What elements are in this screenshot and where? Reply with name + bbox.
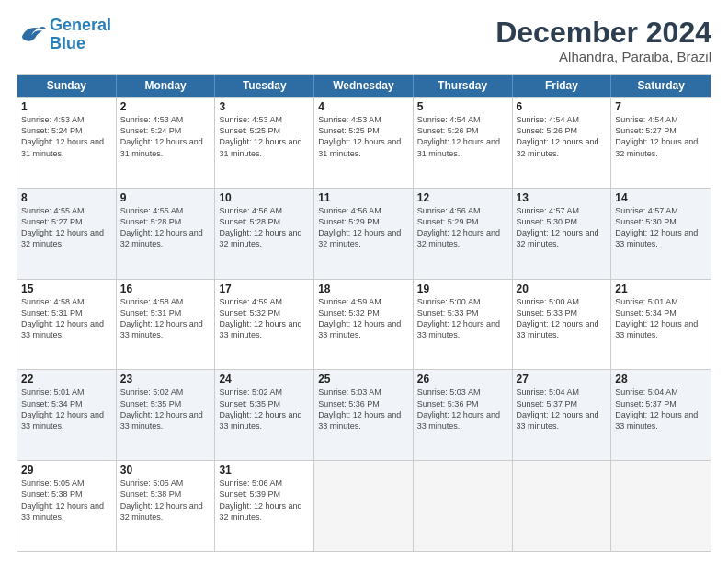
day-number: 19 — [417, 282, 508, 295]
day-number: 26 — [417, 373, 508, 385]
day-number: 4 — [318, 100, 409, 113]
day-info: Sunrise: 5:06 AM Sunset: 5:39 PM Dayligh… — [219, 477, 310, 523]
calendar-cell: 13Sunrise: 4:57 AM Sunset: 5:30 PM Dayli… — [513, 189, 612, 279]
title-section: December 2024 Alhandra, Paraiba, Brazil — [495, 17, 711, 64]
calendar-cell — [314, 461, 414, 551]
day-info: Sunrise: 4:56 AM Sunset: 5:29 PM Dayligh… — [318, 205, 409, 250]
calendar-cell: 3Sunrise: 4:53 AM Sunset: 5:25 PM Daylig… — [215, 98, 314, 188]
day-info: Sunrise: 5:04 AM Sunset: 5:37 PM Dayligh… — [615, 386, 707, 431]
day-number: 16 — [120, 282, 211, 295]
day-number: 28 — [615, 373, 707, 385]
day-info: Sunrise: 4:53 AM Sunset: 5:24 PM Dayligh… — [120, 114, 211, 159]
day-info: Sunrise: 4:58 AM Sunset: 5:31 PM Dayligh… — [21, 296, 112, 341]
day-number: 22 — [21, 373, 112, 385]
calendar-cell: 11Sunrise: 4:56 AM Sunset: 5:29 PM Dayli… — [314, 189, 414, 279]
calendar-header: Sunday Monday Tuesday Wednesday Thursday… — [17, 75, 711, 97]
day-info: Sunrise: 4:54 AM Sunset: 5:27 PM Dayligh… — [615, 114, 707, 159]
header-sunday: Sunday — [17, 75, 117, 97]
calendar-cell: 22Sunrise: 5:01 AM Sunset: 5:34 PM Dayli… — [17, 370, 117, 460]
day-info: Sunrise: 5:03 AM Sunset: 5:36 PM Dayligh… — [318, 386, 409, 431]
day-number: 30 — [120, 464, 211, 477]
calendar-cell: 7Sunrise: 4:54 AM Sunset: 5:27 PM Daylig… — [611, 98, 711, 188]
day-number: 2 — [120, 100, 211, 113]
day-info: Sunrise: 4:57 AM Sunset: 5:30 PM Dayligh… — [615, 205, 707, 250]
calendar-cell — [611, 461, 711, 551]
day-info: Sunrise: 4:58 AM Sunset: 5:31 PM Dayligh… — [120, 296, 211, 341]
logo-icon — [17, 22, 46, 48]
day-info: Sunrise: 4:56 AM Sunset: 5:28 PM Dayligh… — [219, 205, 310, 250]
calendar-cell: 4Sunrise: 4:53 AM Sunset: 5:25 PM Daylig… — [314, 98, 414, 188]
calendar-cell: 17Sunrise: 4:59 AM Sunset: 5:32 PM Dayli… — [215, 280, 314, 370]
day-info: Sunrise: 4:53 AM Sunset: 5:25 PM Dayligh… — [318, 114, 409, 159]
day-number: 9 — [120, 191, 211, 204]
calendar-cell: 30Sunrise: 5:05 AM Sunset: 5:38 PM Dayli… — [117, 461, 216, 551]
calendar-cell — [414, 461, 513, 551]
day-number: 17 — [219, 282, 310, 295]
day-info: Sunrise: 4:53 AM Sunset: 5:24 PM Dayligh… — [21, 114, 112, 159]
day-number: 20 — [517, 282, 608, 295]
calendar-cell: 29Sunrise: 5:05 AM Sunset: 5:38 PM Dayli… — [17, 461, 117, 551]
calendar-cell — [513, 461, 612, 551]
day-number: 14 — [615, 191, 707, 204]
calendar-cell: 20Sunrise: 5:00 AM Sunset: 5:33 PM Dayli… — [513, 280, 612, 370]
calendar-body: 1Sunrise: 4:53 AM Sunset: 5:24 PM Daylig… — [17, 97, 711, 551]
day-number: 15 — [21, 282, 112, 295]
day-number: 24 — [219, 373, 310, 385]
calendar: Sunday Monday Tuesday Wednesday Thursday… — [17, 74, 711, 552]
day-number: 1 — [21, 100, 112, 113]
calendar-cell: 31Sunrise: 5:06 AM Sunset: 5:39 PM Dayli… — [215, 461, 314, 551]
day-info: Sunrise: 4:55 AM Sunset: 5:28 PM Dayligh… — [120, 205, 211, 250]
calendar-cell: 2Sunrise: 4:53 AM Sunset: 5:24 PM Daylig… — [117, 98, 216, 188]
day-number: 13 — [517, 191, 608, 204]
day-number: 27 — [517, 373, 608, 385]
calendar-cell: 25Sunrise: 5:03 AM Sunset: 5:36 PM Dayli… — [314, 370, 414, 460]
logo: General Blue — [17, 17, 111, 53]
day-number: 7 — [615, 100, 707, 113]
calendar-cell: 18Sunrise: 4:59 AM Sunset: 5:32 PM Dayli… — [314, 280, 414, 370]
day-info: Sunrise: 5:05 AM Sunset: 5:38 PM Dayligh… — [21, 477, 112, 523]
calendar-week-1: 1Sunrise: 4:53 AM Sunset: 5:24 PM Daylig… — [17, 97, 711, 188]
day-info: Sunrise: 4:54 AM Sunset: 5:26 PM Dayligh… — [417, 114, 508, 159]
day-info: Sunrise: 5:05 AM Sunset: 5:38 PM Dayligh… — [120, 477, 211, 523]
day-info: Sunrise: 4:54 AM Sunset: 5:26 PM Dayligh… — [517, 114, 608, 159]
day-number: 12 — [417, 191, 508, 204]
header-monday: Monday — [117, 75, 216, 97]
location-subtitle: Alhandra, Paraiba, Brazil — [495, 49, 711, 64]
day-info: Sunrise: 5:00 AM Sunset: 5:33 PM Dayligh… — [417, 296, 508, 341]
day-number: 25 — [318, 373, 409, 385]
day-info: Sunrise: 5:01 AM Sunset: 5:34 PM Dayligh… — [615, 296, 707, 341]
day-info: Sunrise: 4:57 AM Sunset: 5:30 PM Dayligh… — [517, 205, 608, 250]
header-saturday: Saturday — [611, 75, 711, 97]
day-number: 29 — [21, 464, 112, 477]
day-info: Sunrise: 4:59 AM Sunset: 5:32 PM Dayligh… — [219, 296, 310, 341]
day-number: 18 — [318, 282, 409, 295]
day-number: 10 — [219, 191, 310, 204]
calendar-cell: 24Sunrise: 5:02 AM Sunset: 5:35 PM Dayli… — [215, 370, 314, 460]
calendar-cell: 23Sunrise: 5:02 AM Sunset: 5:35 PM Dayli… — [117, 370, 216, 460]
day-number: 8 — [21, 191, 112, 204]
calendar-week-4: 22Sunrise: 5:01 AM Sunset: 5:34 PM Dayli… — [17, 369, 711, 460]
calendar-week-3: 15Sunrise: 4:58 AM Sunset: 5:31 PM Dayli… — [17, 279, 711, 370]
day-info: Sunrise: 5:04 AM Sunset: 5:37 PM Dayligh… — [517, 386, 608, 431]
day-number: 21 — [615, 282, 707, 295]
calendar-cell: 10Sunrise: 4:56 AM Sunset: 5:28 PM Dayli… — [215, 189, 314, 279]
day-info: Sunrise: 5:00 AM Sunset: 5:33 PM Dayligh… — [517, 296, 608, 341]
calendar-cell: 6Sunrise: 4:54 AM Sunset: 5:26 PM Daylig… — [513, 98, 612, 188]
day-info: Sunrise: 4:59 AM Sunset: 5:32 PM Dayligh… — [318, 296, 409, 341]
calendar-cell: 9Sunrise: 4:55 AM Sunset: 5:28 PM Daylig… — [117, 189, 216, 279]
day-number: 5 — [417, 100, 508, 113]
day-info: Sunrise: 5:01 AM Sunset: 5:34 PM Dayligh… — [21, 386, 112, 431]
day-info: Sunrise: 5:03 AM Sunset: 5:36 PM Dayligh… — [417, 386, 508, 431]
calendar-week-2: 8Sunrise: 4:55 AM Sunset: 5:27 PM Daylig… — [17, 188, 711, 279]
header-tuesday: Tuesday — [215, 75, 314, 97]
calendar-cell: 8Sunrise: 4:55 AM Sunset: 5:27 PM Daylig… — [17, 189, 117, 279]
calendar-cell: 5Sunrise: 4:54 AM Sunset: 5:26 PM Daylig… — [414, 98, 513, 188]
day-number: 11 — [318, 191, 409, 204]
calendar-cell: 28Sunrise: 5:04 AM Sunset: 5:37 PM Dayli… — [611, 370, 711, 460]
day-number: 3 — [219, 100, 310, 113]
calendar-cell: 14Sunrise: 4:57 AM Sunset: 5:30 PM Dayli… — [611, 189, 711, 279]
day-info: Sunrise: 5:02 AM Sunset: 5:35 PM Dayligh… — [120, 386, 211, 431]
logo-text: General Blue — [50, 17, 111, 53]
day-info: Sunrise: 4:53 AM Sunset: 5:25 PM Dayligh… — [219, 114, 310, 159]
month-title: December 2024 — [495, 17, 711, 49]
